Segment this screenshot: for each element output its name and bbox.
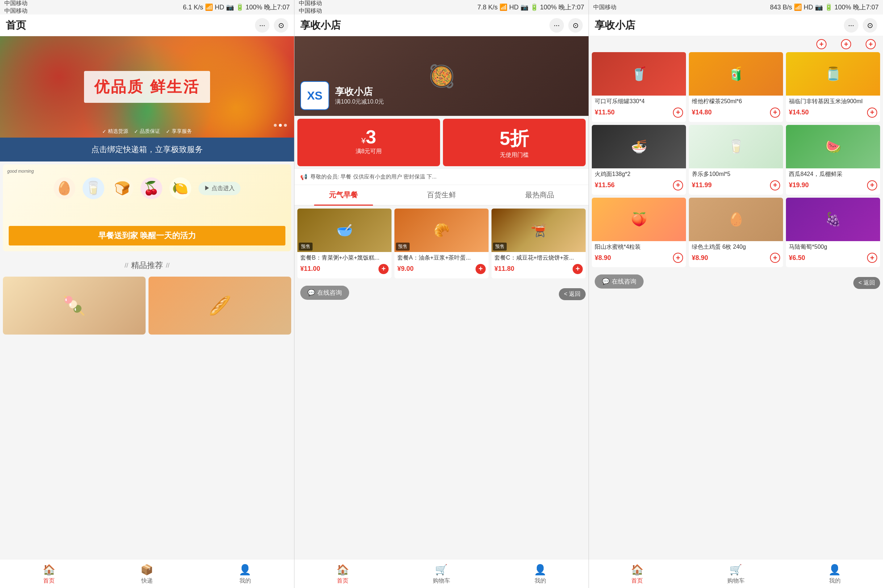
product-coke[interactable]: 🥤 可口可乐细罐330*4 ¥11.50 + [592, 52, 686, 122]
yakult-add[interactable]: + [770, 180, 780, 190]
lemon-tea-add[interactable]: + [770, 108, 780, 118]
oil-img: 🫙 [786, 52, 880, 96]
nav-home-3[interactable]: 🏠 首页 [631, 564, 644, 585]
badge-3: ✓ 享享服务 [166, 128, 192, 135]
nav-bar-2: 享收小店 ··· ⊙ [294, 15, 589, 36]
speaker-icon: 📢 [300, 173, 308, 180]
product-eggs[interactable]: 🥚 绿色土鸡蛋 6枚 240g ¥8.90 + [689, 198, 783, 268]
eggs-add[interactable]: + [770, 253, 780, 263]
top-add-2[interactable]: + [841, 39, 851, 49]
product-watermelon[interactable]: 🍉 西瓜8424，瓜棚鲜采 ¥19.90 + [786, 125, 880, 195]
click-enter-btn[interactable]: ▶ 点击进入 [198, 182, 240, 195]
status-bar-3: 中国移动 843 B/s 📶 HD 📷 🔋 100% 晚上7:07 [589, 0, 883, 15]
hero-banner[interactable]: 优品质 鲜生活 ✓ 精选货源 ✓ 品质保证 ✓ 享享服务 [0, 36, 294, 138]
breakfast-items: 🥚 🥛 🍞 🍒 🍋 ▶ 点击进入 [9, 170, 285, 206]
grapes-img: 🍇 [786, 198, 880, 241]
tab-breakfast[interactable]: 元气早餐 [294, 185, 393, 205]
product-peach[interactable]: 🍑 阳山水蜜桃*4粒装 ¥8.90 + [592, 198, 686, 268]
hero-text: 优品质 鲜生活 [94, 77, 200, 97]
tab-bar-2: 元气早餐 百货生鲜 最热商品 [294, 185, 589, 206]
speed-2: 7.8 K/s 📶 HD 📷 🔋 100% 晚上7:07 [478, 3, 584, 12]
promo-banner[interactable]: 点击绑定快递箱，立享极致服务 [0, 138, 294, 162]
product-lemon-tea[interactable]: 🧃 维他柠檬茶250ml*6 ¥14.80 + [689, 52, 783, 122]
product-yakult[interactable]: 🥛 养乐多100ml*5 ¥11.99 + [689, 125, 783, 195]
breakfast-item-2[interactable]: 🥐 预售 套餐A：油条+豆浆+茶叶蛋... ¥9.00 + [394, 208, 489, 278]
product-noodles[interactable]: 🍜 火鸡面138g*2 ¥11.56 + [592, 125, 686, 195]
peach-name: 阳山水蜜桃*4粒装 [592, 241, 686, 252]
watermelon-add[interactable]: + [867, 180, 877, 190]
more-btn-2[interactable]: ··· [550, 18, 564, 33]
more-btn-1[interactable]: ··· [255, 18, 269, 33]
noodles-price-row: ¥11.56 + [592, 179, 686, 192]
nav-home-1[interactable]: 🏠 首页 [43, 564, 56, 585]
presale-1: 预售 [299, 243, 312, 250]
oil-add[interactable]: + [867, 108, 877, 118]
product-card-1[interactable]: 🍡 [3, 277, 146, 334]
scan-btn-1[interactable]: ⊙ [274, 18, 288, 33]
product-img-1: 🍡 [3, 277, 146, 334]
breakfast-name-1: 套餐B：青菜粥+小菜+篾饭糕... [297, 252, 392, 262]
grapes-name: 马陆葡萄*500g [786, 241, 880, 252]
content-area-3: + + + 🥤 可口可乐细罐330*4 ¥11.50 + [589, 36, 883, 559]
eggs-img: 🥚 [689, 198, 783, 241]
tab-hot[interactable]: 最热商品 [490, 185, 589, 205]
nav-home-2[interactable]: 🏠 首页 [336, 564, 349, 585]
more-btn-3[interactable]: ··· [844, 18, 858, 33]
status-bar-1: 中国移动中国移动 6.1 K/s 📶 HD 📷 🔋 100% 晚上7:07 [0, 0, 294, 15]
nav-bar-1: 首页 ··· ⊙ [0, 15, 294, 36]
top-add-3[interactable]: + [866, 39, 876, 49]
shop-name: 享收小店 [335, 86, 384, 98]
noodles-img: 🍜 [592, 125, 686, 168]
home-icon-2: 🏠 [336, 564, 349, 576]
nav-cart-3[interactable]: 🛒 购物车 [727, 564, 745, 585]
coupon-2[interactable]: 5折 无使用门槛 [443, 119, 586, 166]
yakult-price-row: ¥11.99 + [689, 179, 783, 192]
status-bar-2: 中国移动中国移动 7.8 K/s 📶 HD 📷 🔋 100% 晚上7:07 [294, 0, 589, 15]
tab-fresh[interactable]: 百货生鲜 [393, 185, 491, 205]
add-btn-1[interactable]: + [378, 264, 389, 274]
top-add-1[interactable]: + [816, 39, 826, 49]
shop-logo: XS [300, 81, 329, 110]
breakfast-item-3[interactable]: 🫕 预售 套餐C：咸豆花+缙云烧饼+茶... ¥11.80 + [491, 208, 586, 278]
grapes-add[interactable]: + [867, 253, 877, 263]
nav-mine-3[interactable]: 👤 我的 [828, 564, 841, 585]
eggs-name: 绿色土鸡蛋 6枚 240g [689, 241, 783, 252]
add-btn-3[interactable]: + [573, 264, 583, 274]
product-oil[interactable]: 🫙 福临门非转基因玉米油900ml ¥14.50 + [786, 52, 880, 122]
oil-price-row: ¥14.50 + [786, 106, 880, 119]
nav-express-1[interactable]: 📦 快递 [141, 564, 153, 585]
nav-icons-3: ··· ⊙ [844, 18, 877, 33]
action-row-3: 💬 在线咨询 < 返回 [589, 273, 883, 293]
breakfast-item-1[interactable]: 🥣 预售 套餐B：青菜粥+小菜+篾饭糕... ¥11.00 + [297, 208, 392, 278]
chat-icon-3: 💬 [602, 278, 610, 285]
dot-3 [284, 124, 287, 127]
coupon-1[interactable]: ¥3 满8元可用 [297, 119, 440, 166]
coke-add[interactable]: + [673, 108, 683, 118]
product-emoji-2: 🥖 [209, 295, 231, 316]
back-btn-3[interactable]: < 返回 [853, 277, 880, 289]
scan-btn-2[interactable]: ⊙ [568, 18, 583, 33]
watermelon-img: 🍉 [786, 125, 880, 168]
consult-btn-3[interactable]: 💬 在线咨询 [595, 274, 644, 289]
nav-icons-1: ··· ⊙ [255, 18, 288, 33]
product-grapes[interactable]: 🍇 马陆葡萄*500g ¥6.50 + [786, 198, 880, 268]
bottom-nav-2: 🏠 首页 🛒 购物车 👤 我的 [294, 559, 589, 588]
coke-price-row: ¥11.50 + [592, 106, 686, 119]
consult-btn-2[interactable]: 💬 在线咨询 [300, 286, 349, 300]
product-row-3: 🍑 阳山水蜜桃*4粒装 ¥8.90 + 🥚 绿色土鸡蛋 6枚 240g ¥8.9… [592, 198, 880, 268]
nav-mine-2[interactable]: 👤 我的 [534, 564, 547, 585]
product-row-2: 🍜 火鸡面138g*2 ¥11.56 + 🥛 养乐多100ml*5 ¥11.99 [592, 125, 880, 195]
food-cherry: 🍒 [141, 177, 162, 199]
noodles-add[interactable]: + [673, 180, 683, 190]
cart-icon-3: 🛒 [730, 564, 742, 576]
nav-mine-1[interactable]: 👤 我的 [239, 564, 251, 585]
user-icon-2: 👤 [534, 564, 547, 576]
bottom-nav-1: 🏠 首页 📦 快递 👤 我的 [0, 559, 294, 588]
peach-add[interactable]: + [673, 253, 683, 263]
breakfast-img-1: 🥣 预售 [297, 208, 392, 252]
nav-cart-2[interactable]: 🛒 购物车 [433, 564, 450, 585]
add-btn-2[interactable]: + [476, 264, 486, 274]
back-btn-2[interactable]: < 返回 [559, 288, 586, 300]
scan-btn-3[interactable]: ⊙ [863, 18, 877, 33]
product-card-2[interactable]: 🥖 [149, 277, 291, 334]
